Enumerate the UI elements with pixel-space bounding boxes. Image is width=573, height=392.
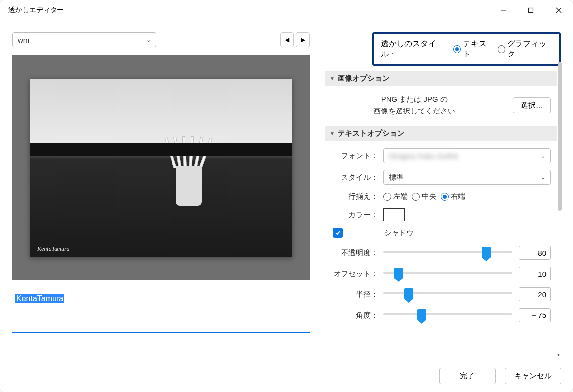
choose-image-button[interactable]: 選択... xyxy=(513,97,551,113)
titlebar: 透かしエディター xyxy=(0,0,573,20)
triangle-down-icon: ▼ xyxy=(330,131,335,136)
fontstyle-label: スタイル： xyxy=(331,173,378,182)
align-center-radio[interactable]: 中央 xyxy=(412,192,437,201)
align-label: 行揃え： xyxy=(331,192,378,201)
preset-value: wm xyxy=(18,36,29,44)
shadow-label: シャドウ xyxy=(384,228,414,238)
scrollbar[interactable]: ▾ xyxy=(556,62,564,357)
offset-input[interactable] xyxy=(519,267,551,280)
triangle-right-icon: ▶ xyxy=(301,36,305,43)
angle-label: 角度： xyxy=(331,311,378,320)
prev-button[interactable]: ◀ xyxy=(280,32,294,47)
font-label: フォント： xyxy=(331,151,378,161)
opacity-input[interactable] xyxy=(519,246,551,260)
image-options-header[interactable]: ▼ 画像オプション xyxy=(325,71,557,86)
preview-area: KentaTamura xyxy=(12,55,310,280)
image-options-message: PNG または JPG の 画像を選択してください xyxy=(331,93,498,117)
align-right-radio[interactable]: 右端 xyxy=(441,192,465,201)
watermark-preview-text: KentaTamura xyxy=(37,245,70,253)
text-options-header[interactable]: ▼ テキストオプション xyxy=(325,126,557,141)
triangle-left-icon: ◀ xyxy=(285,36,289,43)
opacity-label: 不透明度： xyxy=(331,248,378,258)
window-title: 透かしエディター xyxy=(8,6,64,15)
radius-slider[interactable] xyxy=(383,289,512,299)
scrollbar-thumb[interactable] xyxy=(558,62,562,211)
done-button[interactable]: 完了 xyxy=(439,368,496,384)
svg-rect-1 xyxy=(529,8,533,13)
offset-slider[interactable] xyxy=(383,269,512,279)
triangle-down-icon: ▼ xyxy=(330,76,335,81)
radius-input[interactable] xyxy=(519,287,551,301)
color-picker[interactable] xyxy=(383,208,405,221)
color-label: カラー： xyxy=(331,210,378,220)
watermark-text-value: KentaTamura xyxy=(15,294,64,303)
fontstyle-select[interactable]: 標準⌄ xyxy=(383,170,551,185)
preset-select[interactable]: wm ⌄ xyxy=(12,32,156,47)
style-label: 透かしのスタイル： xyxy=(381,39,448,59)
chevron-down-icon: ⌄ xyxy=(541,174,545,181)
next-button[interactable]: ▶ xyxy=(296,32,310,47)
close-button[interactable] xyxy=(545,0,573,20)
maximize-button[interactable] xyxy=(517,0,545,20)
opacity-slider[interactable] xyxy=(383,248,512,258)
style-text-radio[interactable]: テキスト xyxy=(453,39,493,59)
chevron-down-icon: ⌄ xyxy=(146,37,151,43)
shadow-checkbox[interactable] xyxy=(333,228,343,238)
scroll-down-icon[interactable]: ▾ xyxy=(557,352,560,357)
watermark-text-input[interactable]: KentaTamura xyxy=(12,291,310,333)
font-select[interactable]: Hiragino Kaku Gothic⌄ xyxy=(383,148,551,163)
preview-photo: KentaTamura xyxy=(30,79,292,257)
align-left-radio[interactable]: 左端 xyxy=(383,192,408,201)
angle-slider[interactable] xyxy=(383,310,512,320)
minimize-button[interactable] xyxy=(489,0,517,20)
chevron-down-icon: ⌄ xyxy=(541,153,545,159)
angle-input[interactable] xyxy=(519,308,551,322)
radius-label: 半径： xyxy=(331,290,378,299)
watermark-style-group: 透かしのスタイル： テキスト グラフィック xyxy=(372,32,561,66)
offset-label: オフセット： xyxy=(331,269,378,279)
cancel-button[interactable]: キャンセル xyxy=(505,368,561,384)
style-graphic-radio[interactable]: グラフィック xyxy=(498,39,552,59)
